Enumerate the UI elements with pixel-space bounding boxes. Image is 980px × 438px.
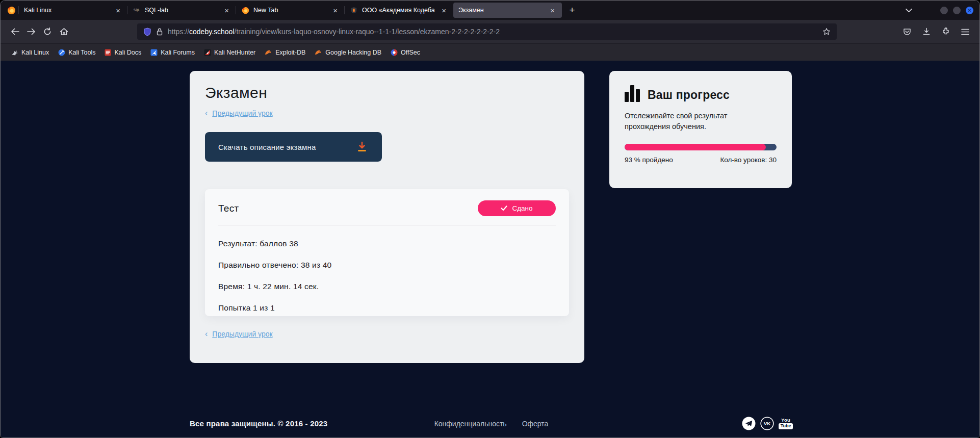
bookmark-kali-nethunter[interactable]: Kali NetHunter <box>200 47 259 58</box>
bookmark-exploit-db[interactable]: Exploit-DB <box>261 47 309 58</box>
kali-dragon-icon <box>11 49 18 56</box>
privacy-link[interactable]: Конфиденциальность <box>434 420 507 428</box>
bookmark-label: Google Hacking DB <box>325 49 381 56</box>
progress-description: Отслеживайте свой результат прохождения … <box>625 111 750 132</box>
result-score: Результат: баллов 38 <box>218 239 556 248</box>
window-maximize-button[interactable] <box>953 7 961 14</box>
tracking-protection-shield-icon[interactable] <box>143 28 151 36</box>
url-path: /training/view/kurs-laquo-osnovy-linux-r… <box>235 28 500 36</box>
bookmark-google-hacking-db[interactable]: Google Hacking DB <box>311 47 385 58</box>
tab-title: Экзамен <box>458 7 544 14</box>
window-close-button[interactable]: × <box>966 7 973 14</box>
offsec-icon <box>391 49 398 56</box>
list-all-tabs-chevron-icon[interactable] <box>901 8 916 13</box>
progress-bar-track <box>625 144 777 150</box>
tab-close-icon[interactable]: × <box>440 6 448 15</box>
tab-akademiya-codeby[interactable]: ООО «Академия Кодеба × <box>345 3 453 18</box>
progress-title: Ваш прогресс <box>648 88 730 102</box>
bookmark-label: Kali NetHunter <box>214 49 255 56</box>
url-host: codeby.school <box>189 28 234 36</box>
tab-ekzamen-active[interactable]: Экзамен × <box>453 3 562 18</box>
bookmark-offsec[interactable]: OffSec <box>387 47 424 58</box>
tab-title: New Tab <box>253 7 327 14</box>
chevron-left-icon: ‹ <box>205 109 208 117</box>
new-tab-button[interactable]: + <box>565 3 579 17</box>
google-hacking-db-bird-icon <box>315 49 322 56</box>
tab-bar: Kali Linux × SQL SQL-lab × New Tab × ООО… <box>1 1 979 20</box>
previous-lesson-link-bottom[interactable]: ‹ Предыдущий урок <box>205 330 273 338</box>
back-button[interactable] <box>7 23 23 40</box>
lock-icon[interactable] <box>156 28 163 36</box>
forward-button[interactable] <box>23 23 39 40</box>
tab-close-icon[interactable]: × <box>548 6 557 15</box>
tab-strip: Kali Linux × SQL SQL-lab × New Tab × ООО… <box>19 1 562 20</box>
result-attempt: Попытка 1 из 1 <box>218 303 556 313</box>
exam-card: Экзамен ‹ Предыдущий урок Скачать описан… <box>190 71 584 363</box>
chevron-left-icon: ‹ <box>205 330 208 338</box>
previous-lesson-label: Предыдущий урок <box>212 109 272 117</box>
reload-button[interactable] <box>39 23 56 40</box>
tab-title: ООО «Академия Кодеба <box>362 7 435 14</box>
page-content: Экзамен ‹ Предыдущий урок Скачать описан… <box>1 61 979 437</box>
bookmark-kali-linux[interactable]: Kali Linux <box>8 47 53 58</box>
kali-forums-icon <box>150 49 158 56</box>
divider <box>218 225 556 225</box>
previous-lesson-link-top[interactable]: ‹ Предыдущий урок <box>205 109 273 117</box>
bookmark-kali-forums[interactable]: Kali Forums <box>147 47 198 58</box>
offer-link[interactable]: Оферта <box>522 420 549 428</box>
badge-label: Сдано <box>512 204 532 212</box>
bookmark-star-icon[interactable] <box>822 28 831 36</box>
url-bar[interactable]: https://codeby.school/training/view/kurs… <box>137 23 837 40</box>
footer: Все права защищены. © 2016 - 2023 Конфид… <box>190 417 793 430</box>
tab-close-icon[interactable]: × <box>331 6 340 15</box>
kali-nethunter-icon <box>204 49 211 56</box>
bookmark-kali-tools[interactable]: Kali Tools <box>55 47 99 58</box>
exploit-db-bird-icon <box>265 49 272 56</box>
bookmark-label: Kali Forums <box>161 49 195 56</box>
checkmark-icon <box>501 205 507 211</box>
download-button-label: Скачать описание экзамна <box>218 143 316 151</box>
tab-sql-lab[interactable]: SQL SQL-lab × <box>127 3 236 18</box>
browser-window: Kali Linux × SQL SQL-lab × New Tab × ООО… <box>0 0 980 438</box>
url-scheme: https:// <box>168 28 189 36</box>
download-exam-description-button[interactable]: Скачать описание экзамна <box>205 132 382 162</box>
tab-new-tab[interactable]: New Tab × <box>236 3 345 18</box>
passed-status-badge: Сдано <box>478 200 556 216</box>
result-time: Время: 1 ч. 22 мин. 14 сек. <box>218 282 556 291</box>
youtube-icon[interactable]: You Tube <box>779 418 793 429</box>
sql-favicon-icon: SQL <box>133 6 141 14</box>
bar-chart-icon <box>625 85 640 102</box>
progress-panel: Ваш прогресс Отслеживайте свой результат… <box>609 71 792 188</box>
firefox-logo-icon <box>4 6 19 15</box>
bookmarks-bar: Kali Linux Kali Tools Kali Docs Kali For… <box>1 43 979 61</box>
download-arrow-icon <box>355 140 369 153</box>
home-button[interactable] <box>56 23 72 40</box>
tab-close-icon[interactable]: × <box>114 6 122 15</box>
pocket-icon[interactable] <box>899 23 915 40</box>
downloads-icon[interactable] <box>918 23 935 40</box>
window-minimize-button[interactable] <box>940 7 948 14</box>
vk-icon[interactable]: VK <box>760 417 774 430</box>
page-title: Экзамен <box>205 84 569 101</box>
lessons-count-label: Кол-во уроков: 30 <box>720 156 777 164</box>
extensions-puzzle-icon[interactable] <box>938 23 954 40</box>
telegram-icon[interactable] <box>742 417 756 430</box>
tab-close-icon[interactable]: × <box>222 6 231 15</box>
tab-kali-linux[interactable]: Kali Linux × <box>19 3 127 18</box>
url-text: https://codeby.school/training/view/kurs… <box>168 28 818 36</box>
previous-lesson-label: Предыдущий урок <box>212 330 272 338</box>
bookmark-label: Kali Docs <box>114 49 141 56</box>
menu-hamburger-icon[interactable] <box>957 23 973 40</box>
kali-tools-icon <box>58 49 65 56</box>
bookmark-kali-docs[interactable]: Kali Docs <box>101 47 145 58</box>
navigation-toolbar: https://codeby.school/training/view/kurs… <box>1 20 979 43</box>
copyright-text: Все права защищены. © 2016 - 2023 <box>190 419 327 428</box>
codeby-shield-favicon-icon <box>350 6 358 14</box>
firefox-favicon-icon <box>241 6 249 14</box>
footer-links: Конфиденциальность Оферта <box>434 420 549 428</box>
tab-title: SQL-lab <box>145 7 218 14</box>
tab-title: Kali Linux <box>24 7 110 14</box>
bookmark-label: Exploit-DB <box>275 49 305 56</box>
svg-text:VK: VK <box>764 421 770 426</box>
bookmark-label: OffSec <box>401 49 420 56</box>
